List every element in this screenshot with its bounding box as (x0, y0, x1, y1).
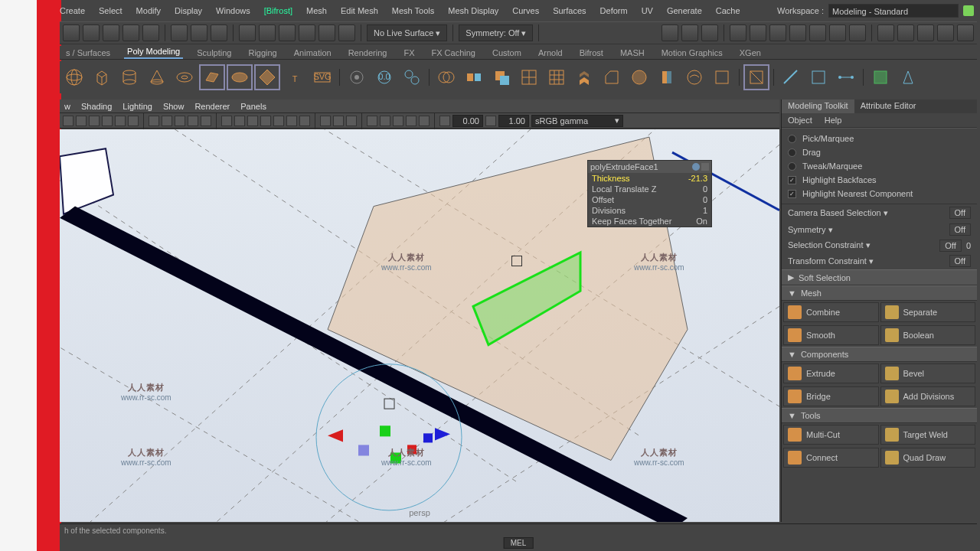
menu-display[interactable]: Display (175, 6, 202, 15)
grid-icon[interactable] (544, 64, 570, 90)
bridge-button[interactable]: Bridge (783, 386, 879, 406)
vp-icon[interactable] (273, 116, 284, 126)
symmetry-dropdown[interactable]: Symmetry: Off ▾ (459, 24, 533, 41)
radio-pick-marquee[interactable] (788, 135, 796, 143)
vp-icon[interactable] (406, 116, 416, 126)
render-icon[interactable] (750, 24, 766, 41)
panel-menu[interactable]: Lighting (122, 102, 152, 111)
workspace-dropdown[interactable]: Modeling - Standard (828, 4, 959, 18)
components-accordion[interactable]: ▼Components (782, 347, 977, 362)
shelf-tab[interactable]: FX Caching (429, 47, 479, 59)
dd-transform-constraint[interactable]: Off (949, 255, 971, 267)
vp-icon[interactable] (367, 116, 377, 126)
vp-icon[interactable] (221, 116, 232, 126)
poly-cone-icon[interactable] (144, 64, 170, 90)
open-scene-icon[interactable] (83, 24, 100, 41)
render-icon[interactable] (809, 24, 826, 41)
menu-cache[interactable]: Cache (716, 6, 740, 15)
connect-icon[interactable] (833, 64, 859, 90)
shelf-tab[interactable]: Animation (291, 47, 335, 59)
vp-icon[interactable] (320, 116, 331, 126)
smooth-button[interactable]: Smooth (783, 325, 879, 345)
add-divisions-button[interactable]: Add Divisions (880, 386, 976, 406)
smooth-icon[interactable] (626, 64, 652, 90)
menu-modify[interactable]: Modify (136, 6, 161, 15)
svg-icon[interactable]: SVG (309, 64, 335, 90)
combine-button[interactable]: Combine (783, 302, 879, 322)
live-surface-dropdown[interactable]: No Live Surface ▾ (367, 24, 447, 41)
bevel-icon[interactable] (599, 64, 625, 90)
multicut-button[interactable]: Multi-Cut (783, 425, 879, 445)
vp-icon[interactable] (260, 116, 271, 126)
multicut-icon[interactable] (778, 64, 804, 90)
tab-attribute-editor[interactable]: Attribute Editor (854, 99, 923, 113)
vp-icon[interactable] (393, 116, 403, 126)
target-weld-button[interactable]: Target Weld (880, 425, 976, 445)
shelf-tab[interactable]: Motion Graphics (658, 47, 726, 59)
new-scene-icon[interactable] (63, 24, 80, 41)
vp-icon[interactable] (439, 116, 450, 126)
shelf-tab[interactable]: FX (400, 47, 417, 59)
extrude-hud[interactable]: polyExtrudeFace1 Thickness-21.3 Local Tr… (587, 160, 712, 227)
snap-icon[interactable] (299, 24, 315, 41)
panel-icon[interactable] (937, 24, 954, 41)
vp-icon[interactable] (346, 116, 357, 126)
panel-menu[interactable]: Panels (240, 102, 266, 111)
menu-create[interactable]: Create (60, 6, 85, 15)
render-icon[interactable] (829, 24, 846, 41)
mesh-accordion[interactable]: ▼Mesh (782, 285, 977, 301)
shelf-tab[interactable]: Sculpting (194, 47, 234, 59)
extrude-icon[interactable] (571, 64, 597, 90)
vp-icon[interactable] (76, 116, 87, 126)
poly-cylinder-icon[interactable] (116, 64, 142, 90)
vp-icon[interactable] (333, 116, 344, 126)
extrude-button[interactable]: Extrude (783, 364, 879, 383)
vp-icon[interactable] (89, 116, 100, 126)
shelf-tab[interactable]: s / Surfaces (63, 47, 113, 59)
shelf-tab-poly-modeling[interactable]: Poly Modeling (124, 45, 183, 59)
snap-icon[interactable] (279, 24, 296, 41)
poly-sphere-icon[interactable] (61, 64, 87, 90)
panel-menu[interactable]: Show (163, 102, 185, 111)
poly-disc-icon[interactable] (227, 64, 253, 90)
separate-icon[interactable] (461, 64, 487, 90)
menu-uv[interactable]: UV (642, 6, 653, 15)
rpanel-object-menu[interactable]: Object (788, 116, 812, 125)
vp-icon[interactable] (102, 116, 113, 126)
undo-icon[interactable] (122, 24, 139, 41)
check-highlight-nearest[interactable]: ✓ (788, 190, 796, 198)
panel-icon[interactable] (877, 24, 894, 41)
dd-symmetry[interactable]: Off (949, 223, 971, 236)
bevel-button[interactable]: Bevel (880, 364, 976, 383)
menu-mesh-tools[interactable]: Mesh Tools (392, 6, 434, 15)
poly-type-icon[interactable]: T (282, 64, 308, 90)
sculpt-icon[interactable] (681, 64, 707, 90)
soft-selection-accordion[interactable]: ▶Soft Selection (782, 269, 977, 285)
lock-icon[interactable] (963, 5, 974, 16)
render-icon[interactable] (849, 24, 866, 41)
combine-icon[interactable] (433, 64, 459, 90)
shelf-tab[interactable]: MASH (617, 47, 648, 59)
menu-edit-mesh[interactable]: Edit Mesh (341, 6, 378, 15)
vp-icon[interactable] (128, 116, 139, 126)
shelf-tab[interactable]: Rigging (245, 47, 279, 59)
separate-button[interactable]: Separate (880, 302, 976, 322)
color-space-dropdown[interactable]: sRGB gamma▾ (531, 115, 623, 127)
render-icon[interactable] (730, 24, 746, 41)
check-highlight-backfaces[interactable]: ✓ (788, 176, 796, 184)
hud-settings-icon[interactable] (692, 163, 700, 171)
menu-surfaces[interactable]: Surfaces (553, 6, 586, 15)
poly-plane-icon[interactable] (199, 64, 225, 90)
misc-tool-icon[interactable]: 0.0 (371, 64, 397, 90)
vp-icon[interactable] (234, 116, 245, 126)
vp-icon[interactable] (162, 116, 172, 126)
boolean-icon[interactable] (488, 64, 514, 90)
mel-input[interactable]: MEL (504, 537, 534, 549)
poly-torus-icon[interactable] (172, 64, 198, 90)
menu-deform[interactable]: Deform (600, 6, 628, 15)
snap-icon[interactable] (338, 24, 355, 41)
vp-icon[interactable] (149, 116, 159, 126)
tools-accordion[interactable]: ▼Tools (782, 408, 977, 423)
misc-icon[interactable] (709, 64, 735, 90)
panel-menu[interactable]: Renderer (194, 102, 230, 111)
